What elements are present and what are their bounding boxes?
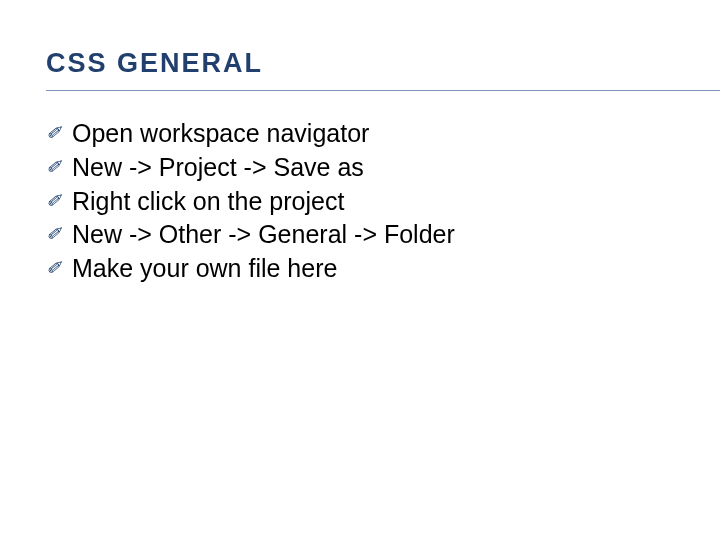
bullet-icon: ✐ — [46, 252, 72, 280]
list-item-text: Open workspace navigator — [72, 117, 674, 151]
bullet-icon: ✐ — [46, 185, 72, 213]
list-item: ✐ New -> Other -> General -> Folder — [46, 218, 674, 252]
list-item-text: New -> Project -> Save as — [72, 151, 674, 185]
slide: CSS GENERAL ✐ Open workspace navigator ✐… — [0, 0, 720, 540]
bullet-icon: ✐ — [46, 151, 72, 179]
list-item: ✐ Open workspace navigator — [46, 117, 674, 151]
slide-title: CSS GENERAL — [46, 48, 674, 79]
list-item: ✐ New -> Project -> Save as — [46, 151, 674, 185]
list-item-text: Make your own file here — [72, 252, 674, 286]
list-item-text: Right click on the project — [72, 185, 674, 219]
slide-body: ✐ Open workspace navigator ✐ New -> Proj… — [46, 117, 674, 286]
title-rule — [46, 90, 720, 91]
list-item: ✐ Make your own file here — [46, 252, 674, 286]
bullet-icon: ✐ — [46, 218, 72, 246]
list-item: ✐ Right click on the project — [46, 185, 674, 219]
bullet-icon: ✐ — [46, 117, 72, 145]
list-item-text: New -> Other -> General -> Folder — [72, 218, 674, 252]
